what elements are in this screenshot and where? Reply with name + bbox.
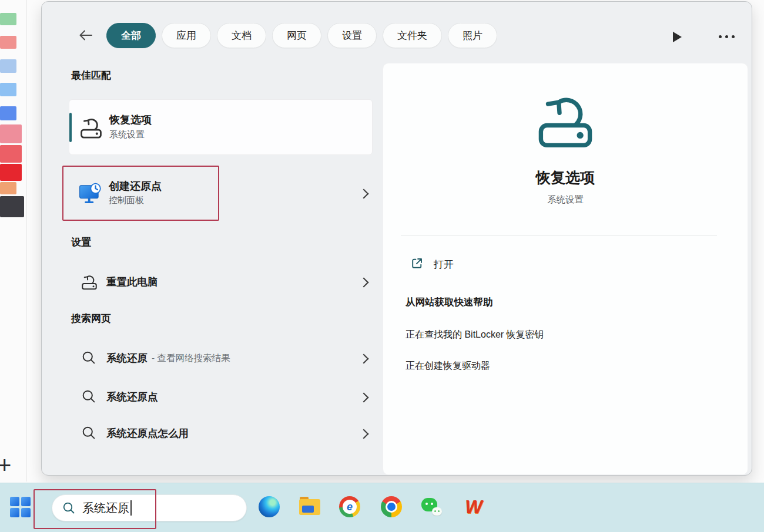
help-link-bitlocker-key[interactable]: 正在查找我的 BitLocker 恢复密钥 <box>406 329 544 341</box>
create-restore-point-icon <box>78 181 103 206</box>
filter-tab-apps[interactable]: 应用 <box>162 23 211 48</box>
play-icon[interactable] <box>673 32 682 42</box>
open-action[interactable]: 打开 <box>410 256 454 273</box>
filter-tab-photos[interactable]: 照片 <box>448 23 497 48</box>
result-best-match-recovery-options[interactable]: 恢复选项 系统设置 <box>69 99 373 155</box>
chevron-right-icon <box>359 429 369 439</box>
search-icon <box>62 501 76 515</box>
taskbar-icon-chrome[interactable] <box>381 496 402 517</box>
chevron-right-icon <box>359 393 369 403</box>
preview-subtitle: 系统设置 <box>383 194 748 206</box>
reset-pc-icon <box>81 273 98 291</box>
section-header-settings: 设置 <box>71 235 91 249</box>
palette-swatch[interactable] <box>0 36 16 49</box>
palette-swatch[interactable] <box>0 13 16 25</box>
text-cursor <box>130 500 132 516</box>
result-subtitle: 系统设置 <box>109 129 152 140</box>
filter-tab-documents[interactable]: 文档 <box>217 23 266 48</box>
palette-swatch[interactable] <box>0 145 22 163</box>
open-external-icon <box>410 256 424 273</box>
result-title: 创建还原点 <box>109 180 162 193</box>
search-icon <box>81 388 98 406</box>
palette-swatch[interactable] <box>0 196 24 217</box>
divider <box>401 235 717 236</box>
help-section-header: 从网站获取快速帮助 <box>406 296 493 309</box>
search-input-value[interactable]: 系统还原 <box>82 500 129 516</box>
search-flyout-window: 全部 应用 文档 网页 设置 文件夹 照片 最佳匹配 恢复选项 系统设置 <box>41 1 752 476</box>
taskbar-search-box[interactable]: 系统还原 <box>52 494 247 521</box>
palette-swatch[interactable] <box>0 182 16 194</box>
more-options-icon[interactable] <box>719 35 735 38</box>
web-query-text: 系统还原 <box>106 351 148 365</box>
web-query-text: 系统还原点怎么用 <box>106 426 189 440</box>
search-icon <box>81 425 98 442</box>
search-icon <box>81 349 98 367</box>
background-window-edge <box>26 0 27 482</box>
preview-title: 恢复选项 <box>383 168 748 187</box>
filter-tabs: 全部 应用 文档 网页 设置 文件夹 照片 <box>106 23 497 48</box>
recovery-options-icon <box>79 115 103 140</box>
filter-tab-settings[interactable]: 设置 <box>327 23 377 48</box>
result-subtitle: 控制面板 <box>109 195 162 206</box>
taskbar-app-icons: e W <box>259 496 484 517</box>
result-web-system-restore[interactable]: 系统还原 - 查看网络搜索结果 <box>69 339 373 377</box>
result-web-system-restore-point[interactable]: 系统还原点 <box>69 378 373 416</box>
back-arrow-icon[interactable] <box>78 28 93 43</box>
start-button[interactable] <box>10 497 32 518</box>
palette-swatch[interactable] <box>0 124 22 143</box>
selection-indicator <box>69 113 72 142</box>
chevron-right-icon <box>359 278 369 288</box>
taskbar: 系统还原 e W <box>0 483 764 532</box>
palette-swatch[interactable] <box>0 164 22 181</box>
background-add-swatch-icon[interactable]: + <box>0 453 11 477</box>
preview-panel: 恢复选项 系统设置 打开 从网站获取快速帮助 正在查找我的 BitLocker … <box>383 63 748 475</box>
filter-tab-all[interactable]: 全部 <box>106 23 156 48</box>
web-query-text: 系统还原点 <box>106 390 158 404</box>
palette-swatch[interactable] <box>0 59 16 73</box>
filter-tab-web[interactable]: 网页 <box>272 23 321 48</box>
section-header-best-match: 最佳匹配 <box>71 69 111 82</box>
recovery-options-large-icon <box>533 89 598 150</box>
result-title: 恢复选项 <box>109 114 152 126</box>
result-web-how-to-use-restore-point[interactable]: 系统还原点怎么用 <box>69 415 373 452</box>
taskbar-icon-file-explorer[interactable] <box>299 496 320 517</box>
web-query-suffix: - 查看网络搜索结果 <box>152 352 230 365</box>
result-reset-this-pc[interactable]: 重置此电脑 <box>69 263 373 301</box>
taskbar-icon-wps[interactable]: W <box>463 496 484 517</box>
result-create-restore-point[interactable]: 创建还原点 控制面板 <box>69 166 373 221</box>
help-link-recovery-drive[interactable]: 正在创建恢复驱动器 <box>406 360 490 372</box>
chevron-right-icon <box>359 354 369 364</box>
taskbar-icon-edge[interactable] <box>259 496 280 517</box>
filter-tab-folders[interactable]: 文件夹 <box>383 23 442 48</box>
chevron-right-icon <box>359 189 369 199</box>
palette-swatch[interactable] <box>0 106 16 120</box>
section-header-web-search: 搜索网页 <box>71 312 111 325</box>
result-title: 重置此电脑 <box>106 275 158 289</box>
taskbar-icon-wechat[interactable] <box>421 496 443 517</box>
open-label: 打开 <box>434 258 454 271</box>
palette-swatch[interactable] <box>0 83 16 96</box>
taskbar-icon-ie-browser[interactable]: e <box>339 496 360 517</box>
